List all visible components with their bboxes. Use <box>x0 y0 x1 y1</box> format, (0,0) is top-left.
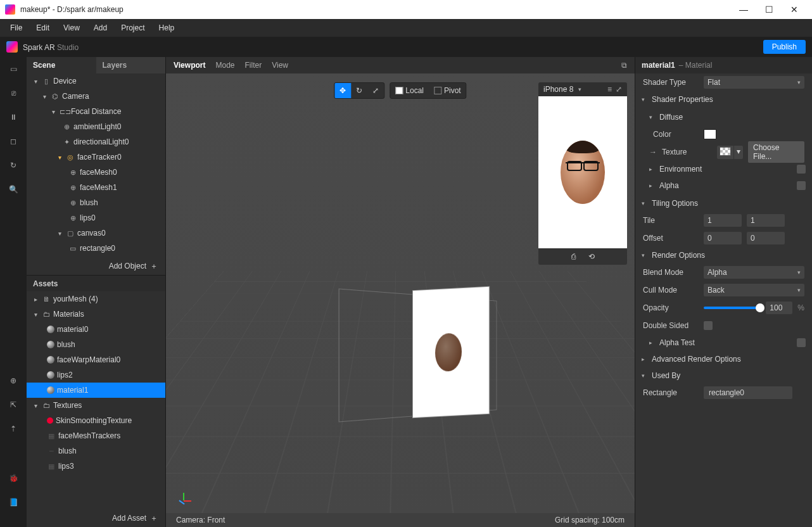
menu-view[interactable]: View <box>57 21 86 35</box>
environment-check[interactable] <box>797 165 806 174</box>
asset-materials[interactable]: ▾🗀Materials <box>27 307 165 322</box>
stop-icon[interactable]: ◻ <box>8 136 19 147</box>
close-button[interactable]: ✕ <box>782 0 807 19</box>
shader-type-select[interactable]: Flat▾ <box>704 76 804 89</box>
cull-row: Cull Mode Back▾ <box>635 281 812 299</box>
alpha-check[interactable] <box>797 181 806 190</box>
asset-blush[interactable]: blush <box>27 337 165 352</box>
canvas-plane[interactable] <box>413 287 489 417</box>
diffuse-header[interactable]: ▾Diffuse <box>635 109 812 125</box>
asset-lips3[interactable]: ▦lips3 <box>27 459 165 474</box>
reset-icon[interactable]: ⟲ <box>588 252 595 261</box>
alpha-header[interactable]: ▸Alpha <box>635 177 812 194</box>
shader-properties-header[interactable]: ▾Shader Properties <box>635 91 812 108</box>
pivot-toggle[interactable]: Pivot <box>429 83 466 98</box>
preview-expand-icon[interactable]: ⤢ <box>616 85 622 94</box>
asset-skinsmooth[interactable]: SkinSmoothingTexture <box>27 413 165 428</box>
viewport-view[interactable]: View <box>272 61 288 70</box>
asset-blushtex[interactable]: ┄blush <box>27 443 165 459</box>
maximize-button[interactable]: ☐ <box>756 0 782 19</box>
scene-facemesh1[interactable]: ⊕faceMesh1 <box>27 180 165 195</box>
render-header[interactable]: ▾Render Options <box>635 247 812 264</box>
menu-help[interactable]: Help <box>153 21 181 35</box>
chevron-down-icon[interactable]: ▾ <box>578 86 581 92</box>
add-panel-icon[interactable]: ⊕ <box>8 375 19 386</box>
tile-y-input[interactable]: 1 <box>747 214 785 227</box>
offset-x-input[interactable]: 0 <box>704 232 742 244</box>
advanced-header[interactable]: ▸Advanced Render Options <box>635 351 812 367</box>
usedby-row: Rectangle rectangle0 <box>635 384 812 402</box>
asset-material1[interactable]: material1 <box>27 383 165 398</box>
asset-facemeshtrackers[interactable]: ▦faceMeshTrackers <box>27 428 165 443</box>
viewport-mode[interactable]: Mode <box>215 61 234 70</box>
asset-yourmesh[interactable]: ▸🗎yourMesh (4) <box>27 291 165 307</box>
scene-focal[interactable]: ▾⊏⊐Focal Distance <box>27 104 165 119</box>
cull-select[interactable]: Back▾ <box>704 284 804 296</box>
offset-y-input[interactable]: 0 <box>747 232 785 244</box>
rotate-tool[interactable]: ↻ <box>351 83 367 98</box>
scene-facetracker[interactable]: ▾◎faceTracker0 <box>27 149 165 165</box>
opacity-input[interactable]: 100 <box>766 302 792 314</box>
tiling-header[interactable]: ▾Tiling Options <box>635 195 812 212</box>
preview-screen <box>538 96 627 248</box>
scene-camera[interactable]: ▾⌬Camera <box>27 89 165 104</box>
asset-facewarp[interactable]: faceWarpMaterial0 <box>27 352 165 367</box>
tile-x-input[interactable]: 1 <box>704 214 742 227</box>
viewport-status: Camera: Front Grid spacing: 100cm <box>166 513 635 527</box>
alphatest-header[interactable]: ▸Alpha Test <box>635 334 812 351</box>
tab-layers[interactable]: Layers <box>96 57 166 73</box>
popout-icon[interactable]: ⧉ <box>621 61 627 70</box>
app-name: Spark AR Studio <box>23 42 79 52</box>
scene-facemesh0[interactable]: ⊕faceMesh0 <box>27 165 165 180</box>
blend-select[interactable]: Alpha▾ <box>704 266 804 279</box>
menu-edit[interactable]: Edit <box>30 21 56 35</box>
capture-icon[interactable]: ⎙ <box>571 252 576 261</box>
choose-file-button[interactable]: Choose File... <box>748 141 804 163</box>
scene-canvas[interactable]: ▾▢canvas0 <box>27 225 165 241</box>
alphatest-check[interactable] <box>797 338 806 347</box>
scene-rectangle[interactable]: ▭rectangle0 <box>27 241 165 256</box>
usedby-header[interactable]: ▾Used By <box>635 367 812 384</box>
scene-directional[interactable]: ✦directionalLight0 <box>27 134 165 149</box>
upload-icon[interactable]: ⇡ <box>8 423 19 435</box>
texture-picker[interactable]: ▾ <box>717 146 743 159</box>
scene-tree: ▾▯Device ▾⌬Camera ▾⊏⊐Focal Distance ⊕amb… <box>27 73 165 257</box>
local-toggle[interactable]: Local <box>390 83 429 98</box>
color-swatch[interactable] <box>704 129 716 139</box>
add-object-button[interactable]: Add Object＋ <box>27 257 165 275</box>
pause-icon[interactable]: ⏸ <box>8 111 19 123</box>
library-icon[interactable]: 📘 <box>8 497 19 508</box>
scene-lips0[interactable]: ⊕lips0 <box>27 210 165 225</box>
doublesided-check[interactable] <box>704 321 713 330</box>
asset-lips2[interactable]: lips2 <box>27 367 165 383</box>
bug-icon[interactable]: 🐞 <box>8 473 19 484</box>
search-icon[interactable]: 🔍 <box>8 184 19 195</box>
refresh-icon[interactable]: ↻ <box>8 160 19 171</box>
scale-tool[interactable]: ⤢ <box>367 83 384 98</box>
device-select[interactable]: iPhone 8 <box>543 85 573 94</box>
menu-file[interactable]: File <box>4 21 29 35</box>
minimize-button[interactable]: — <box>731 0 756 19</box>
move-tool[interactable]: ✥ <box>334 83 351 98</box>
scene-ambient[interactable]: ⊕ambientLight0 <box>27 119 165 134</box>
opacity-slider[interactable] <box>704 307 761 309</box>
usedby-tag[interactable]: rectangle0 <box>704 386 792 399</box>
device-icon[interactable]: ⎚ <box>8 87 19 99</box>
asset-textures[interactable]: ▾🗀Textures <box>27 398 165 413</box>
scene-device[interactable]: ▾▯Device <box>27 73 165 89</box>
scene-blush[interactable]: ⊕blush <box>27 195 165 210</box>
camera-label: Camera: Front <box>176 516 225 524</box>
viewport-tab[interactable]: Viewport <box>174 61 205 70</box>
export-icon[interactable]: ⇱ <box>8 399 19 410</box>
add-asset-button[interactable]: Add Asset＋ <box>27 509 165 527</box>
viewport-filter[interactable]: Filter <box>245 61 262 70</box>
asset-material0[interactable]: material0 <box>27 322 165 337</box>
workspace-icon[interactable]: ▭ <box>8 63 19 75</box>
preview-menu-icon[interactable]: ≡ <box>607 85 612 94</box>
environment-header[interactable]: ▸Environment <box>635 161 812 177</box>
tab-scene[interactable]: Scene <box>27 57 96 73</box>
publish-button[interactable]: Publish <box>763 40 806 54</box>
menu-add[interactable]: Add <box>87 21 113 35</box>
menu-project[interactable]: Project <box>115 21 151 35</box>
tile-row: Tile 1 1 <box>635 212 812 229</box>
